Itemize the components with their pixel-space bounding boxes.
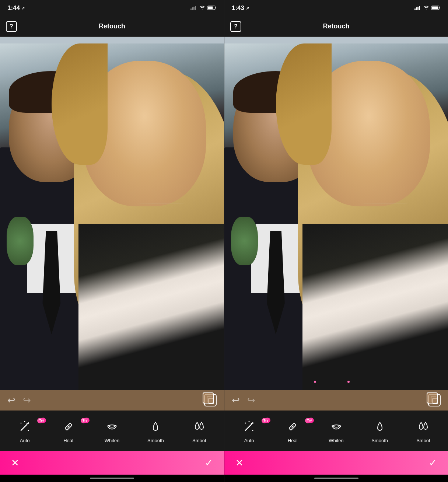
tool-label-whiten-right: Whiten: [329, 438, 343, 443]
tool-smooth-right[interactable]: Smooth: [358, 419, 402, 443]
svg-rect-18: [414, 8, 416, 10]
drops-icon-right: [415, 419, 431, 435]
boutonniere-right: [231, 217, 258, 265]
confirm-button-right[interactable]: ✓: [429, 457, 437, 469]
action-bar-right: ✕ ✓: [224, 451, 448, 475]
cancel-button-right[interactable]: ✕: [235, 457, 244, 469]
tool-label-smoot-right: Smoot: [416, 438, 430, 443]
tool-auto-left[interactable]: Try Auto: [3, 419, 46, 443]
tool-label-whiten-left: Whiten: [105, 438, 119, 443]
status-bar-left: 1:44 ↗: [0, 0, 224, 16]
copy-button-right[interactable]: [428, 394, 441, 406]
status-bar-right: 1:43 ↗: [224, 0, 448, 16]
svg-rect-24: [440, 7, 440, 8]
tool-whiten-right[interactable]: Whiten: [314, 419, 358, 443]
time-right: 1:43: [232, 4, 244, 12]
svg-point-28: [252, 422, 253, 424]
woman-dress-right: [302, 224, 448, 390]
tool-label-heal-left: Heal: [63, 438, 73, 443]
lips-icon-left: [104, 419, 120, 435]
tool-label-smoot-left: Smoot: [192, 438, 206, 443]
confirm-button-left[interactable]: ✓: [205, 457, 213, 469]
woman-hair-front-left: [52, 43, 108, 165]
nav-title-right: Retouch: [323, 22, 350, 30]
tool-smooth-left[interactable]: Smooth: [134, 419, 177, 443]
tools-bar-left: Try Auto Try: [0, 411, 224, 451]
undo-button-left[interactable]: ↩: [7, 395, 15, 406]
svg-rect-21: [419, 6, 420, 10]
tool-heal-right[interactable]: Try Heal: [271, 419, 314, 443]
phone-panel-left: 1:44 ↗: [0, 0, 224, 482]
photo-area-left: [0, 43, 224, 390]
help-button-left[interactable]: ?: [6, 21, 17, 32]
status-time-right: 1:43 ↗: [232, 4, 249, 12]
home-bar-right: [314, 478, 358, 479]
redo-button-right[interactable]: ↪: [247, 395, 255, 406]
bandage-icon-left: [60, 419, 77, 435]
tool-smoot-left[interactable]: Smoot: [178, 419, 221, 443]
action-bar-left: ✕ ✓: [0, 451, 224, 475]
try-badge-auto-left: Try: [37, 418, 46, 423]
svg-point-31: [249, 421, 250, 422]
svg-rect-20: [417, 7, 419, 10]
cancel-button-left[interactable]: ✕: [11, 457, 19, 469]
svg-rect-7: [209, 398, 214, 404]
wand-icon-left: [17, 419, 33, 435]
svg-rect-2: [193, 7, 195, 10]
svg-point-30: [252, 430, 253, 431]
bandage-icon-right: [284, 419, 301, 435]
wand-icon-right: [241, 419, 257, 435]
svg-rect-5: [208, 7, 213, 9]
undo-bar-left: ↩ ↪: [0, 390, 224, 411]
try-badge-auto-right: Try: [261, 418, 270, 423]
sub-bar-left: [0, 37, 224, 43]
drop-icon-left: [147, 419, 164, 435]
location-arrow-left: ↗: [21, 6, 25, 11]
svg-point-13: [24, 421, 25, 422]
home-bar-left: [90, 478, 134, 479]
lips-icon-right: [328, 419, 344, 435]
tool-auto-right[interactable]: Try Auto: [227, 419, 271, 443]
signal-bars-left: [190, 5, 197, 11]
svg-rect-6: [216, 7, 216, 8]
status-right-right: [414, 5, 441, 11]
dot-indicator-1-right: [314, 381, 316, 383]
undo-bar-right: ↩ ↪: [224, 390, 448, 411]
svg-point-10: [28, 422, 29, 424]
tool-label-smooth-left: Smooth: [147, 438, 164, 443]
tool-smoot-right[interactable]: Smoot: [402, 419, 445, 443]
tool-label-heal-right: Heal: [288, 438, 298, 443]
svg-rect-19: [416, 7, 417, 10]
svg-point-12: [28, 430, 29, 431]
undo-button-right[interactable]: ↩: [232, 395, 240, 406]
svg-rect-23: [432, 7, 438, 9]
status-time-left: 1:44 ↗: [7, 4, 25, 12]
boutonniere-left: [7, 217, 34, 265]
home-indicator-left: [0, 475, 224, 482]
phone-panel-right: 1:43 ↗: [224, 0, 448, 482]
svg-rect-3: [195, 6, 196, 10]
svg-point-29: [245, 422, 246, 423]
photo-area-right: [224, 43, 448, 390]
woman-hair-front-right: [276, 43, 332, 165]
try-badge-heal-left: Try: [81, 418, 90, 423]
tool-label-smooth-right: Smooth: [371, 438, 388, 443]
svg-rect-25: [433, 398, 438, 404]
tool-whiten-left[interactable]: Whiten: [90, 419, 134, 443]
copy-button-left[interactable]: [204, 394, 217, 406]
tool-label-auto-left: Auto: [20, 438, 30, 443]
svg-rect-1: [192, 7, 193, 10]
time-left: 1:44: [7, 4, 20, 12]
redo-button-left[interactable]: ↪: [23, 395, 31, 406]
help-button-right[interactable]: ?: [230, 21, 241, 32]
tools-bar-right: Try Auto Try: [224, 411, 448, 451]
svg-point-11: [21, 422, 22, 423]
woman-dress-left: [78, 224, 224, 390]
svg-line-26: [245, 425, 251, 430]
tool-label-auto-right: Auto: [244, 438, 254, 443]
sub-bar-right: [224, 37, 448, 43]
tool-heal-left[interactable]: Try Heal: [46, 419, 90, 443]
nav-bar-right: ? Retouch: [224, 16, 448, 37]
nav-title-left: Retouch: [99, 22, 125, 30]
photo-scene-left: [0, 43, 224, 390]
